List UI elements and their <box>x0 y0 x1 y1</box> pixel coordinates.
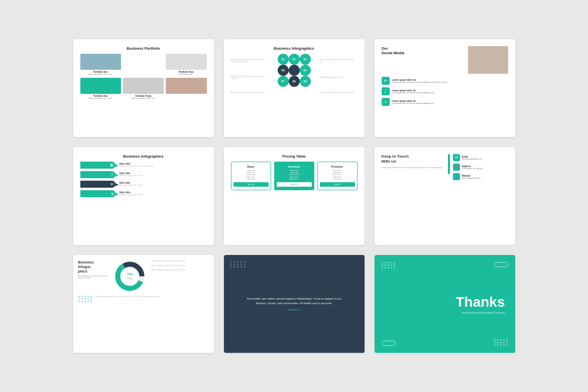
portfolio-item-two: Portfolio Two Add a paragraph, click to … <box>80 54 121 76</box>
slide-social-media: OurSocial Media P Lorem ipsum dolor sit.… <box>375 39 515 137</box>
text-item-2: Add a title Add a paragraph, click to ed… <box>120 172 207 177</box>
circle-05: 05 <box>300 76 311 87</box>
slide-quote: True health care reform cannot happen in… <box>224 255 365 353</box>
contact-items: ✉ Email hello@reallygreatsite.com 📍 Addr… <box>453 154 508 180</box>
donut-top: BusinessInfogra-phics Add a paragraph, c… <box>78 260 209 293</box>
twitter-text: Lorem ipsum dolor sit. Lorem ipsum dolor… <box>392 89 434 94</box>
donut-chart: 75% Target <box>113 260 146 293</box>
social-item-twitter: t Lorem ipsum dolor sit. Lorem ipsum dol… <box>382 87 508 95</box>
svg-point-3 <box>123 269 138 284</box>
price-card-basic: Basic Feature OneFeature TwoFeature Thre… <box>231 162 271 190</box>
quote-dots-tl <box>230 261 247 268</box>
website-text: Website www.reallygreatsite.com <box>462 175 481 179</box>
pill-bottom <box>382 341 396 346</box>
pricing-cols: Basic Feature OneFeature TwoFeature Thre… <box>231 162 358 190</box>
circle-04: 04 <box>300 65 311 76</box>
dots-bottom-right <box>494 339 508 346</box>
arrow-3: ⊕ <box>80 181 115 188</box>
svg-text:Target: Target <box>127 277 133 280</box>
social-top-row: OurSocial Media <box>382 46 508 74</box>
contact-address: 📍 Address 123 Anywhere St., Any City <box>453 164 508 171</box>
arrow-1: ▣ <box>80 162 115 169</box>
social-item-pinterest: P Lorem ipsum dolor sit. Lorem ipsum dol… <box>382 77 508 85</box>
circle-08: 08 <box>278 65 289 76</box>
slide4-title: Business Infographics <box>80 154 207 159</box>
plan-features-basic: Feature OneFeature TwoFeature ThreeFeatu… <box>233 170 269 180</box>
contact-website: 🌐 Website www.reallygreatsite.com <box>453 173 508 180</box>
thanks-subtitle: Pharmaceutical Presentation Template <box>462 311 505 314</box>
portfolio-item-four: Portfolio Four Add a paragraph. <box>166 54 206 76</box>
slide-grid: Business Portfolio Portfolio Two Add a p… <box>58 24 530 368</box>
circle-06: 06 <box>289 76 300 87</box>
plan-features-standard: Feature OneFeature TwoFeature ThreeFeatu… <box>277 170 312 180</box>
slide2-title: Business Infographics <box>231 46 358 51</box>
quote-attribution: — Mehmet Oz — <box>285 309 303 311</box>
portfolio-item-extra <box>166 78 206 100</box>
dots-top-left <box>382 262 396 269</box>
circle-07: 07 <box>278 76 289 87</box>
pinterest-icon: P <box>382 77 390 85</box>
text-item-1: Add a title Add a paragraph, click to ed… <box>120 163 207 168</box>
slide-pricing-table: Pricing Table Basic Feature OneFeature T… <box>224 147 365 245</box>
plan-features-premium: Feature OneFeature TwoFeature ThreeFeatu… <box>320 170 355 180</box>
circle-group: 01 02 03 08 04 07 06 05 <box>272 54 317 99</box>
portfolio-img <box>80 54 121 70</box>
plan-btn-basic[interactable]: $19.99 <box>233 182 269 187</box>
slide-business-portfolio: Business Portfolio Portfolio Two Add a p… <box>73 39 214 137</box>
social-content: OurSocial Media <box>382 46 464 74</box>
facebook-icon: f <box>382 98 390 106</box>
info-right: Add a paragraph, click to edit and enter… <box>320 54 358 99</box>
plan-btn-standard[interactable]: $29.99 <box>277 182 312 187</box>
slide1-title: Business Portfolio <box>80 46 207 51</box>
slide-infographics-circles: Business Infographics Add a paragraph, c… <box>224 39 365 137</box>
portfolio-item-one: Portfolio One Add a paragraph, click to … <box>80 78 121 100</box>
text-item-4: Add a title Add a paragraph, click to ed… <box>120 191 207 196</box>
email-text: Email hello@reallygreatsite.com <box>462 156 482 160</box>
slide-keep-in-touch: Keep In TouchWith Us Lorem ipsum dolor s… <box>375 147 515 245</box>
slide-infographics-arrows: Business Infographics ▣ ☉ ⊕ ◈ Add a titl… <box>73 147 214 245</box>
slide3-title: OurSocial Media <box>382 46 464 55</box>
plan-btn-premium[interactable]: $39.99 <box>320 182 355 187</box>
price-card-premium: Premium Feature OneFeature TwoFeature Th… <box>317 162 358 190</box>
address-text: Address 123 Anywhere St., Any City <box>462 165 483 170</box>
portfolio-img <box>166 54 206 70</box>
social-image <box>468 46 508 74</box>
facebook-text: Lorem ipsum dolor sit. Lorem ipsum dolor… <box>392 100 434 104</box>
circle-03: 03 <box>300 54 311 65</box>
bi-title-block: BusinessInfogra-phics Add a paragraph, c… <box>78 260 108 293</box>
arrow-4: ◈ <box>80 190 115 197</box>
twitter-icon: t <box>382 87 390 95</box>
website-icon: 🌐 <box>453 173 460 180</box>
dots-pattern <box>78 296 92 302</box>
pill-top <box>494 262 508 267</box>
plan-name-basic: Basic <box>233 165 269 168</box>
slide5-title: Pricing Table <box>231 154 358 159</box>
circle-01: 01 <box>278 54 289 65</box>
thanks-title: Thanks <box>455 294 505 310</box>
pinterest-text: Lorem ipsum dolor sit. Lorem ipsum dolor… <box>392 79 448 83</box>
bi-title: BusinessInfogra-phics <box>78 260 108 274</box>
address-icon: 📍 <box>453 164 460 171</box>
portfolio-img <box>123 78 164 94</box>
text-col: Add a title Add a paragraph, click to ed… <box>120 162 207 197</box>
portfolio-grid: Portfolio Two Add a paragraph, click to … <box>80 54 207 100</box>
price-card-standard: Standard Feature OneFeature TwoFeature T… <box>274 162 314 190</box>
bi-desc: Add a paragraph, click to edit and enter… <box>78 275 108 279</box>
arrow-2: ☉ <box>80 171 115 178</box>
donut-area: 75% Target <box>112 260 148 293</box>
donut-bottom: Add a paragraph, click to edit and enter… <box>78 296 209 302</box>
slide-thanks: Thanks Pharmaceutical Presentation Templ… <box>375 255 515 353</box>
svg-text:75%: 75% <box>127 273 133 276</box>
social-item-facebook: f Lorem ipsum dolor sit. Lorem ipsum dol… <box>382 98 508 106</box>
plan-name-premium: Premium <box>320 165 355 168</box>
info-left: Add a paragraph, click to edit and enter… <box>231 54 269 99</box>
infographic-area: Add a paragraph, click to edit and enter… <box>231 54 358 99</box>
portfolio-item-three: Portfolio Three Add a paragraph, click t… <box>123 78 164 100</box>
email-icon: ✉ <box>453 154 460 161</box>
donut-right-text: Add a paragraph, click to edit and enter… <box>152 260 209 293</box>
plan-name-standard: Standard <box>277 165 312 168</box>
portfolio-img <box>166 78 206 94</box>
portfolio-img <box>80 78 121 94</box>
slide-infographics-donut: BusinessInfogra-phics Add a paragraph, c… <box>73 255 214 353</box>
quote-text: True health care reform cannot happen in… <box>244 297 344 306</box>
